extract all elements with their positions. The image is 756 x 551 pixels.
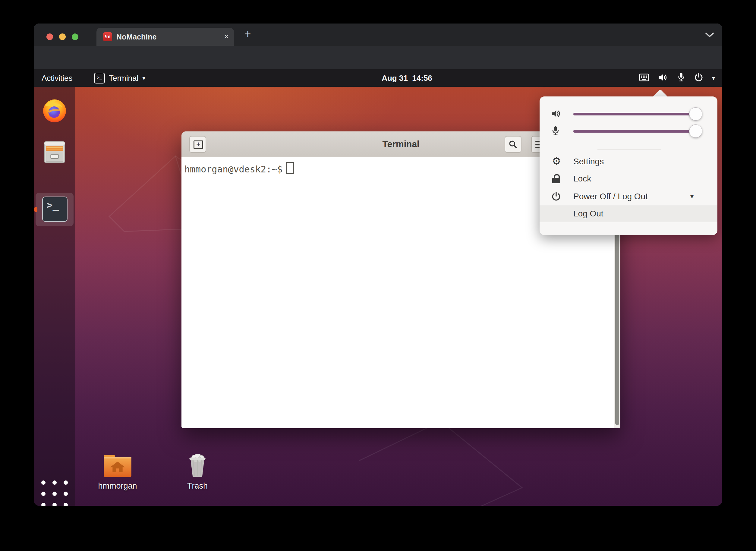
terminal-app-icon: >_ — [94, 73, 105, 83]
tab-strip: !m NoMachine × + — [34, 23, 722, 46]
volume-slider-handle[interactable] — [689, 107, 702, 120]
firefox-icon — [41, 96, 68, 124]
menu-item-label: Settings — [573, 153, 604, 170]
dock-item-terminal[interactable]: >_ — [42, 196, 67, 222]
chevron-down-icon[interactable] — [704, 31, 715, 39]
menu-item-settings[interactable]: ⚙ Settings — [540, 153, 717, 170]
app-menu-terminal[interactable]: >_ Terminal ▾ — [94, 69, 145, 87]
lock-icon — [551, 174, 562, 184]
macos-maximize-button[interactable] — [72, 33, 78, 40]
dock: >_ — [34, 87, 75, 506]
expand-chevron-icon: ▾ — [690, 188, 694, 205]
terminal-search-button[interactable] — [505, 136, 522, 153]
activities-button[interactable]: Activities — [42, 69, 73, 87]
volume-slider-row — [540, 106, 717, 122]
search-icon — [508, 139, 518, 149]
microphone-icon[interactable] — [677, 72, 685, 84]
menu-item-label: Log Out — [573, 205, 604, 222]
desktop-icon-label: Trash — [172, 481, 223, 491]
terminal-cursor — [286, 162, 294, 174]
keyboard-layout-icon[interactable] — [639, 73, 649, 83]
browser-tab[interactable]: !m NoMachine × — [96, 28, 234, 46]
system-menu-popover: ⚙ Settings Lock Power Off / Log Out ▾ Lo… — [540, 96, 717, 235]
clock[interactable]: Aug 31 14:56 — [362, 69, 452, 87]
microphone-icon — [551, 126, 560, 138]
menu-item-log-out[interactable]: Log Out — [540, 205, 717, 222]
volume-icon — [551, 108, 562, 120]
gear-icon: ⚙ — [551, 155, 562, 166]
system-tray: ▾ — [639, 69, 715, 87]
mic-slider-row — [540, 123, 717, 139]
running-indicator — [34, 207, 37, 212]
home-folder-icon — [102, 454, 133, 478]
power-icon — [551, 191, 562, 202]
terminal-prompt-row: hmmorgan@vdesk2:~$ — [184, 162, 294, 174]
app-menu-label: Terminal — [109, 74, 138, 83]
files-icon — [41, 139, 68, 166]
menu-divider — [598, 149, 661, 150]
desktop-icon-home-folder[interactable]: hmmorgan — [92, 454, 143, 491]
terminal-prompt: hmmorgan@vdesk2:~$ — [184, 164, 282, 174]
menu-item-power-off-log-out[interactable]: Power Off / Log Out ▾ — [540, 188, 717, 205]
gnome-top-bar: Activities >_ Terminal ▾ Aug 31 14:56 ▾ — [34, 69, 722, 87]
power-icon[interactable] — [694, 73, 704, 83]
menu-item-label: Lock — [573, 170, 591, 187]
mic-slider-handle[interactable] — [689, 124, 702, 138]
macos-minimize-button[interactable] — [59, 33, 66, 40]
volume-slider-track[interactable] — [573, 113, 698, 115]
mic-slider-track[interactable] — [573, 130, 698, 133]
volume-icon[interactable] — [658, 73, 669, 83]
dock-item-files[interactable] — [41, 139, 68, 166]
desktop-icon-label: hmmorgan — [92, 481, 143, 491]
menu-item-label: Power Off / Log Out — [573, 188, 648, 205]
chevron-down-icon: ▾ — [142, 74, 145, 82]
nomachine-favicon: !m — [103, 32, 112, 41]
browser-toolbar: ← → vdesk.cs.uchicago.edu/nxwebplayer ☆ … — [34, 46, 722, 69]
browser-window: !m NoMachine × + ← → vdesk.cs.uchicago.e… — [34, 23, 722, 506]
desktop-icon-trash[interactable]: Trash — [172, 454, 223, 491]
dock-item-firefox[interactable] — [41, 96, 68, 124]
macos-close-button[interactable] — [46, 33, 53, 40]
tab-title: NoMachine — [116, 28, 156, 46]
menu-item-lock[interactable]: Lock — [540, 170, 717, 187]
tab-close-icon[interactable]: × — [224, 28, 229, 45]
new-tab-button[interactable]: + — [241, 28, 254, 41]
chevron-down-icon[interactable]: ▾ — [712, 74, 715, 82]
show-applications-button[interactable] — [41, 481, 68, 506]
trash-full-icon — [186, 454, 209, 478]
